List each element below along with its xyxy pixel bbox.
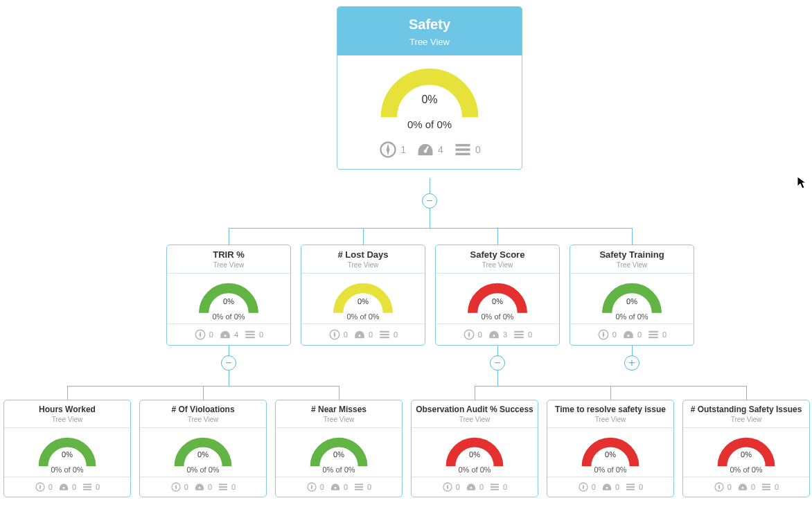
card-header: Time to resolve safety issue Tree View — [547, 400, 673, 428]
stat-value: 0 — [475, 144, 481, 155]
stat-value: 0 — [478, 330, 482, 339]
node-safety-score[interactable]: Safety Score Tree View 0% 0% of 0% 0 3 0 — [435, 245, 560, 346]
card-footer: 0 0 0 — [683, 477, 809, 497]
compass-icon — [35, 481, 46, 493]
card-title: # Lost Days — [304, 249, 422, 260]
dashboard-icon — [58, 481, 69, 493]
svg-rect-48 — [626, 484, 635, 485]
stat-list: 0 — [647, 328, 667, 341]
node-lost-days[interactable]: # Lost Days Tree View 0% 0% of 0% 0 0 0 — [301, 245, 425, 346]
stat-dashboard: 4 — [416, 140, 443, 159]
svg-point-52 — [742, 487, 744, 489]
list-icon — [353, 481, 364, 493]
card-body: 0% 0% of 0% — [547, 428, 673, 477]
compass-icon — [328, 328, 341, 341]
card-header: # Outstanding Safety Issues Tree View — [683, 400, 809, 428]
connector — [229, 346, 229, 355]
collapse-toggle-root[interactable]: − — [422, 193, 437, 209]
svg-rect-14 — [380, 334, 389, 335]
dashboard-icon — [488, 328, 500, 341]
stat-compass: 0 — [597, 328, 617, 341]
card-title: Hours Worked — [7, 405, 127, 414]
svg-rect-18 — [514, 331, 524, 333]
collapse-toggle-trir[interactable]: − — [221, 355, 236, 371]
stat-compass: 0 — [170, 481, 188, 493]
compass-icon — [714, 481, 725, 493]
of-label: of — [335, 466, 342, 474]
stat-value: 0 — [612, 330, 617, 339]
stat-value: 0 — [456, 483, 460, 491]
node-safety-training[interactable]: Safety Training Tree View 0% 0% of 0% 0 … — [570, 245, 694, 346]
node-outstanding-issues[interactable]: # Outstanding Safety Issues Tree View 0%… — [682, 400, 810, 497]
gauge-ratio: 0% of 0% — [144, 466, 262, 474]
dashboard-icon — [219, 328, 231, 341]
svg-rect-9 — [245, 334, 255, 335]
svg-rect-19 — [514, 334, 524, 335]
svg-rect-50 — [626, 489, 635, 490]
expand-toggle-safety-training[interactable]: + — [624, 355, 639, 371]
stat-value: 3 — [503, 330, 507, 339]
node-obs-audit[interactable]: Observation Audit % Success Tree View 0%… — [411, 400, 538, 497]
svg-rect-3 — [455, 144, 470, 147]
card-subtitle: Tree View — [414, 416, 535, 423]
node-violations[interactable]: # Of Violoations Tree View 0% 0% of 0% 0… — [139, 400, 267, 497]
card-body: 0% 0% of 0% — [140, 428, 266, 477]
target-value: 0% — [369, 312, 380, 321]
compass-icon — [306, 481, 317, 493]
gauge-value: 0% — [171, 297, 286, 305]
stat-value: 4 — [438, 144, 443, 155]
actual-value: 0% — [594, 466, 605, 474]
card-footer: 0 0 0 — [412, 477, 538, 497]
stat-value: 0 — [209, 330, 213, 339]
connector — [610, 386, 611, 400]
stat-value: 0 — [639, 483, 643, 491]
stat-list: 0 — [218, 481, 236, 493]
card-subtitle: Tree View — [573, 261, 691, 269]
collapse-toggle-safety-score[interactable]: − — [490, 355, 505, 371]
stat-list: 0 — [513, 328, 532, 341]
card-header: Observation Audit % Success Tree View — [412, 400, 538, 428]
gauge-ratio: 0% of 0% — [8, 466, 126, 474]
svg-rect-4 — [455, 148, 470, 151]
compass-icon — [442, 481, 453, 493]
stat-value: 0 — [184, 483, 188, 491]
svg-rect-38 — [355, 484, 363, 485]
card-body: 0% 0% of 0% — [412, 428, 538, 477]
card-subtitle: Tree View — [439, 261, 556, 269]
of-label: of — [471, 466, 477, 474]
compass-icon — [194, 328, 206, 341]
gauge-ratio: 0% of 0% — [306, 312, 421, 321]
stat-compass: 0 — [328, 328, 348, 341]
svg-point-37 — [335, 487, 337, 489]
node-safety[interactable]: Safety Tree View 0% 0% of 0% 1 4 0 — [337, 6, 522, 170]
actual-value: 0% — [407, 118, 423, 130]
stat-value: 0 — [479, 483, 484, 491]
gauge-value: 0% — [416, 450, 533, 459]
stat-dashboard: 0 — [58, 481, 76, 493]
node-trir[interactable]: TRIR % Tree View 0% 0% of 0% 0 4 0 — [166, 245, 291, 346]
connector — [203, 386, 204, 400]
card-subtitle: Tree View — [279, 416, 399, 423]
card-header: Safety Tree View — [337, 7, 522, 55]
stat-value: 0 — [637, 330, 642, 339]
stat-value: 0 — [72, 483, 76, 491]
svg-point-7 — [224, 335, 226, 337]
stat-compass: 0 — [306, 481, 324, 493]
of-label: of — [607, 466, 613, 474]
actual-value: 0% — [730, 466, 741, 474]
card-footer: 0 0 0 — [140, 477, 266, 497]
list-icon — [625, 481, 636, 493]
node-hours-worked[interactable]: Hours Worked Tree View 0% 0% of 0% 0 0 0 — [3, 400, 131, 497]
node-near-misses[interactable]: # Near Misses Tree View 0% 0% of 0% 0 0 … — [275, 400, 403, 497]
card-title: Safety — [340, 17, 519, 33]
node-resolve-time[interactable]: Time to resolve safety issue Tree View 0… — [547, 400, 674, 497]
stat-compass: 0 — [35, 481, 53, 493]
of-label: of — [628, 312, 635, 321]
stat-dashboard: 4 — [219, 328, 238, 341]
svg-rect-55 — [762, 489, 770, 490]
stat-list: 0 — [244, 328, 263, 341]
gauge-value: 0% — [8, 450, 126, 459]
stat-compass: 0 — [194, 328, 213, 341]
list-icon — [218, 481, 229, 493]
list-icon — [761, 481, 772, 493]
